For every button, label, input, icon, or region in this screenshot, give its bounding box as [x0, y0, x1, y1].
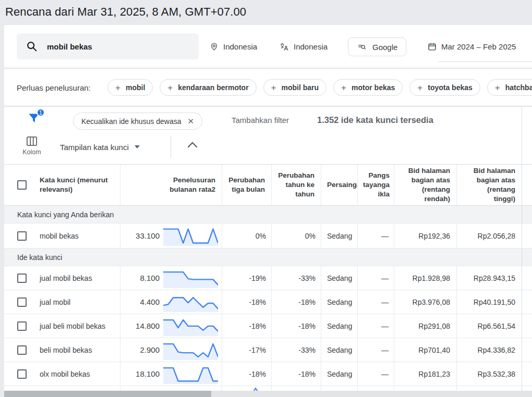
keyword-view-label: Tampilan kata kunci [60, 143, 129, 152]
row-checkbox[interactable] [17, 274, 27, 283]
trend-sparkline [163, 316, 218, 336]
row-checkbox[interactable] [17, 369, 27, 379]
yoy-change: -18% [271, 290, 321, 314]
three-month-change: -17% [222, 338, 271, 362]
monthly-searches-value: 2.900 [140, 345, 160, 354]
monthly-searches-cell: 14.800 [120, 314, 222, 338]
competition: Sedang [321, 314, 357, 338]
header-keyword[interactable]: Kata kunci (menurut relevansi) [4, 165, 120, 205]
expand-chip-hatchback[interactable]: +hatchback [487, 79, 532, 96]
top-bid-high: Rp4.336,82 [456, 338, 522, 362]
three-month-change: 0% [222, 224, 271, 248]
table-row: jual beli mobil bekas14.800-18%-18%Sedan… [4, 314, 532, 338]
header-competition[interactable]: Persaingan [321, 165, 357, 205]
row-checkbox[interactable] [17, 297, 27, 307]
expand-chip-mobil[interactable]: +mobil [107, 79, 153, 96]
header-three-month-change[interactable]: Perubahan tiga bulan [222, 165, 271, 205]
competition-value: Sedang [327, 370, 352, 378]
top-bid-high: Rp3.532,38 [456, 362, 522, 386]
row-extra-partial [522, 266, 532, 290]
filter-funnel-icon[interactable]: 1 [27, 111, 43, 127]
active-filter-chip[interactable]: Kecualikan ide khusus dewasa ✕ [73, 113, 202, 130]
row-checkbox[interactable] [17, 321, 27, 331]
ad-impression-share: — [357, 266, 394, 290]
search-value: mobil bekas [47, 42, 92, 51]
competition-value: Sedang [327, 346, 352, 354]
translate-icon [280, 42, 289, 52]
ad-impression-share: — [357, 224, 394, 248]
top-bid-low: Rp1.928,98 [394, 266, 456, 290]
filter-bar: 1 Kecualikan ide khusus dewasa ✕ Tambahk… [4, 107, 532, 133]
header-top-bid-low[interactable]: Bid halaman bagian atas (rentang rendah) [394, 165, 456, 205]
top-bid-low: Rp181,23 [394, 362, 456, 386]
page-title: Rencana dari Mar 31, 2025, 8 AM, GMT+07.… [5, 5, 246, 19]
competition-value: Sedang [327, 322, 352, 330]
three-month-change: -18% [222, 290, 271, 314]
yoy-change: -18% [271, 314, 321, 338]
three-month-change-value: -19% [249, 274, 266, 282]
add-filter-button[interactable]: Tambahkan filter [232, 107, 289, 133]
remove-filter-icon[interactable]: ✕ [187, 117, 194, 126]
columns-icon [26, 136, 38, 146]
keyword-label: beli mobil bekas [40, 346, 92, 354]
row-extra-partial [522, 314, 532, 338]
header-ad-impression-share[interactable]: Pangs tayanga ikla [357, 165, 394, 205]
top-bid-low: Rp192,36 [394, 224, 456, 248]
expand-chip-mobil-baru[interactable]: +mobil baru [263, 79, 327, 96]
horizontal-scrollbar-thumb[interactable] [4, 391, 211, 397]
language-setting[interactable]: Indonesia [280, 25, 328, 68]
expand-chip-motor-bekas[interactable]: +motor bekas [333, 79, 403, 96]
row-checkbox[interactable] [17, 345, 27, 355]
horizontal-scrollbar[interactable] [4, 391, 532, 397]
chevron-down-icon [135, 145, 140, 148]
keyword-ideas-count: 1.352 ide kata kunci tersedia [317, 107, 433, 133]
expand-chip-toyota-bekas[interactable]: +toyota bekas [409, 79, 480, 96]
network-selector[interactable]: Google [348, 38, 406, 56]
table-row: olx mobil bekas18.100-18%-18%Sedang—Rp18… [4, 362, 532, 386]
header-monthly-searches[interactable]: Penelusuran bulanan rata2 [120, 165, 222, 205]
chip-label: motor bekas [352, 83, 395, 92]
ad-impression-share-value: — [381, 322, 389, 330]
network-label: Google [372, 43, 397, 52]
top-bid-high: Rp40.191,50 [456, 290, 522, 314]
ad-impression-share-value: — [381, 298, 389, 306]
row-checkbox[interactable] [17, 231, 27, 241]
chip-label: mobil [126, 83, 145, 92]
expand-chip-kendaraan-bermotor[interactable]: +kendaraan bermotor [160, 79, 256, 96]
keyword-search-input[interactable]: mobil bekas [17, 33, 199, 59]
columns-button[interactable]: Kolom [19, 136, 45, 156]
keyword-view-dropdown[interactable]: Tampilan kata kunci [60, 133, 140, 161]
competition-value: Sedang [327, 298, 352, 306]
yoy-change: -33% [271, 266, 321, 290]
monthly-searches-cell: 33.100 [120, 224, 222, 248]
header-top-bid-high[interactable]: Bid halaman bagian atas (rentang tinggi) [456, 165, 522, 205]
date-range-label: Mar 2024 – Feb 2025 [441, 42, 516, 51]
trend-sparkline [163, 226, 218, 246]
columns-label: Kolom [22, 148, 41, 156]
trend-sparkline [163, 340, 218, 360]
three-month-change: -18% [222, 314, 271, 338]
search-icon [26, 41, 38, 52]
competition: Sedang [321, 224, 357, 248]
calendar-icon [428, 42, 437, 51]
table-row: jual mobil bekas8.100-19%-33%Sedang—Rp1.… [4, 266, 532, 290]
row-extra-partial [522, 338, 532, 362]
top-bid-low-value: Rp192,36 [418, 232, 450, 240]
keyword-table-panel: 1 Kecualikan ide khusus dewasa ✕ Tambahk… [4, 107, 532, 397]
select-all-checkbox[interactable] [17, 180, 27, 190]
three-month-change-value: -18% [249, 370, 266, 378]
location-setting[interactable]: Indonesia [210, 25, 257, 68]
collapse-chart-button[interactable] [187, 141, 198, 151]
plus-icon: + [341, 83, 346, 92]
language-label: Indonesia [294, 42, 328, 51]
three-month-change: -19% [222, 266, 271, 290]
monthly-searches-value: 4.400 [140, 297, 160, 306]
section-header: Kata kunci yang Anda berikan [4, 206, 532, 224]
monthly-searches-value: 8.100 [140, 274, 160, 282]
expand-search-panel: Perluas penelusuran: +mobil+kendaraan be… [4, 69, 532, 106]
ad-impression-share-value: — [381, 274, 389, 282]
header-yoy-change[interactable]: Perubahan tahun ke tahun [271, 165, 321, 205]
expand-search-label: Perluas penelusuran: [17, 69, 91, 106]
top-bid-high-value: Rp3.532,38 [478, 370, 515, 378]
monthly-searches-value: 33.100 [136, 231, 160, 240]
